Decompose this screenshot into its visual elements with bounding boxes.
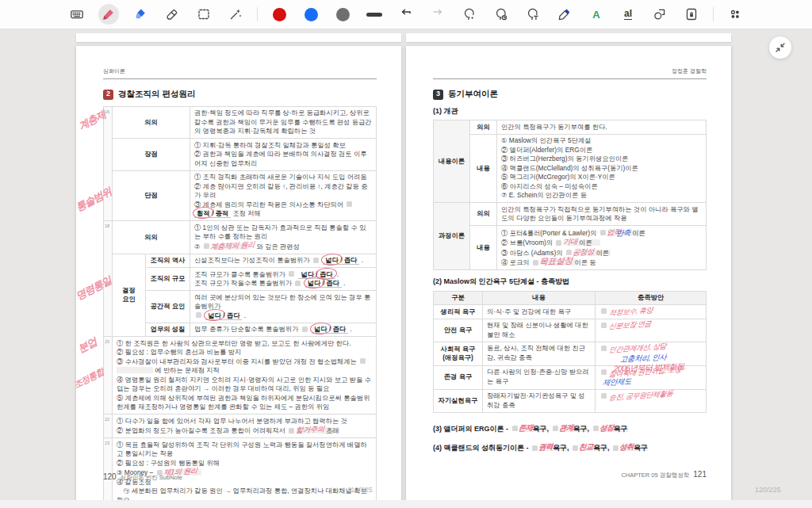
- text-line: ② 브룸(Vroom)의 기대 이론: [501, 238, 702, 248]
- section-title: 경찰조직의 편성원리: [118, 90, 195, 99]
- cell-text: 적정보수, 휴양: [596, 305, 707, 319]
- section-heading: 2 경찰조직의 편성원리: [103, 90, 377, 100]
- lock-annotation-button[interactable]: [681, 4, 702, 25]
- subsection-title: (2) Maslow의 인간욕구 5단계설 - 충족방법: [433, 277, 707, 287]
- collapse-toolbar-button[interactable]: [769, 36, 791, 59]
- handwritten-annotation-blue: 제안제도: [603, 376, 632, 387]
- page-indicator-left: 119/225: [347, 486, 373, 494]
- page-footer: 120심화이론 빈칸 SubNote: [103, 472, 182, 483]
- cell-text: ① 지휘·감독 통하여 경찰조직 일체감과 통일성 확보 ② 권한과 책임을 계…: [190, 139, 377, 171]
- blank-marker-icon: [601, 369, 607, 375]
- column-header: 구분: [434, 291, 483, 305]
- motivation-theory-table: 내용이론 의의 인간의 특정욕구가 동기부여를 한다. 내용 ① Maslow의…: [433, 120, 707, 270]
- group-label: 과정이론: [434, 203, 470, 270]
- grid-menu-button[interactable]: [725, 4, 745, 25]
- blank-marker-icon: [613, 445, 619, 451]
- row-label: 의의: [470, 120, 497, 135]
- color-blue-button[interactable]: [301, 4, 321, 25]
- table-row: 내용이론 의의 인간의 특정욕구가 동기부여를 한다.: [434, 120, 707, 135]
- category-cell: 생리적 욕구: [434, 305, 483, 319]
- cell-text: 의·식·주 및 건강에 대한 욕구: [483, 305, 596, 319]
- magic-wand-button[interactable]: [225, 4, 246, 25]
- keyboard-button[interactable]: [67, 4, 87, 25]
- category-cell: 존경 욕구: [434, 365, 483, 389]
- handwritten-annotation: 성취: [619, 441, 634, 452]
- toolbar: A aI: [0, 0, 812, 29]
- row-label: 의의: [470, 203, 497, 226]
- section-title: 동기부여이론: [448, 90, 498, 99]
- blank-marker-icon: [533, 260, 538, 265]
- toolbar-separator: [257, 7, 258, 21]
- blank-marker-icon: [566, 250, 572, 255]
- shapes-button[interactable]: [649, 4, 670, 25]
- blank-marker-icon: [313, 258, 319, 263]
- blank-marker-icon: [573, 445, 578, 451]
- annotation-app: A aI 심화이론 2 경찰조직의 편성원리: [0, 0, 812, 508]
- cell-text: ① 1인의 상관 또는 감독자가 효과적으로 직접 통솔할 수 있는 부하 수를…: [190, 221, 377, 254]
- redo-button[interactable]: [427, 4, 448, 25]
- grid-menu-icon: [728, 7, 742, 21]
- blank-marker-icon: [295, 281, 301, 286]
- stylus-icon: [557, 7, 572, 21]
- blank-marker-icon: [302, 327, 308, 332]
- cell-text: 조직 규모가 클수록 통솔범위가 넓다 / 좁다 . 조직 규모가 작을수록 통…: [190, 268, 377, 291]
- subsection-title: (1) 개관: [433, 107, 707, 116]
- color-red-button[interactable]: [269, 4, 289, 25]
- text-recognition-button[interactable]: aI: [618, 4, 638, 25]
- handwritten-annotation-blue: 고충처리, 인사: [620, 352, 667, 364]
- ink-circle-annotation: 넓다: [308, 279, 321, 287]
- eraser-icon: [165, 7, 179, 21]
- erg-theory-line: (3) 앨더퍼의 ERG이론 - 존재욕구, 관계욕구, 성장욕구: [433, 424, 707, 434]
- highlighter-icon: [133, 7, 147, 21]
- blank-marker-icon: [601, 393, 607, 399]
- color-gray-button[interactable]: [332, 4, 353, 25]
- text-line: ① 포터&롤러(Porter & Lawler)의 업적만족 이론: [501, 228, 702, 239]
- ink-circle-annotation: 넓다: [325, 256, 339, 264]
- eraser-button[interactable]: [162, 4, 182, 25]
- blank-marker-icon: [204, 243, 209, 249]
- handwritten-annotation: 할거주의: [295, 424, 324, 434]
- handwritten-annotation: 권력: [538, 441, 553, 452]
- table-row: 내용 ① 포터&롤러(Porter & Lawler)의 업적만족 이론 ② 브…: [434, 226, 707, 270]
- blank-marker-icon: [289, 428, 294, 434]
- text-line: ④ 로크의 목표설정 이론 등: [501, 258, 702, 268]
- blank-field: [117, 367, 153, 373]
- running-head-left: 심화이론: [103, 46, 377, 79]
- row-label: 단점: [113, 170, 190, 221]
- stroke-thickness-icon: [366, 13, 382, 17]
- cell-text: 승진, 공무원단체활동: [596, 389, 707, 412]
- sub-label: 공간적 요인: [146, 291, 190, 323]
- lasso-sparkle-button[interactable]: [459, 4, 480, 25]
- highlighter-button[interactable]: [130, 4, 151, 25]
- document-page-left[interactable]: 심화이론 2 경찰조직의 편성원리 16 의의 권한·책임 정도에 따라 직무를…: [76, 46, 401, 508]
- table-row: 20 ① 한 조직원은 한 사람의 상관으로부터만 명령 받고, 보고도 한 사…: [104, 337, 377, 414]
- stroke-thickness-button[interactable]: [364, 4, 385, 25]
- handwritten-annotation: 승진, 공무원단체활동: [608, 389, 673, 403]
- cell-text: 현재 및 장래 신분이나 생활에 대한 불안 해소: [483, 319, 596, 342]
- category-cell: 안전 욕구: [434, 319, 483, 342]
- table-row: 자기실현욕구 장래자기발전·자기완성욕구 및 성취감 충족 승진, 공무원단체활…: [434, 389, 707, 412]
- lock-icon: [684, 7, 699, 21]
- cell-text: 인간의 특정욕구가 직접적으로 동기부여하는 것이 아니라 욕구와 별도의 다양…: [497, 203, 707, 226]
- lasso-text-button[interactable]: [523, 4, 543, 25]
- blue-color-icon: [304, 8, 318, 21]
- lasso-select-button[interactable]: [193, 4, 214, 25]
- row-label: 결정 요인: [113, 254, 146, 337]
- table-row: 과정이론 의의 인간의 특정욕구가 직접적으로 동기부여하는 것이 아니라 욕구…: [434, 203, 707, 226]
- auto-shape-a-button[interactable]: A: [586, 4, 607, 25]
- document-page-right[interactable]: 장정훈 경찰학 3 동기부여이론 (1) 개관 내용이론 의의 인간의 특정욕구…: [406, 46, 731, 508]
- pen-tool-button[interactable]: [98, 4, 119, 25]
- blank-marker-icon: [289, 271, 294, 277]
- sub-label: 조직의 규모: [146, 268, 190, 291]
- stylus-button[interactable]: [554, 4, 575, 25]
- bottom-strip: [0, 500, 812, 508]
- blank-marker-icon: [347, 201, 352, 207]
- lasso-history-button[interactable]: [491, 4, 511, 25]
- blank-marker-icon: [601, 323, 607, 328]
- blank-marker-icon: [553, 426, 558, 431]
- handwritten-annotation: 존재: [518, 422, 533, 433]
- cell-text: 신설조직보다는 기성조직이 통솔범위가 넓다 / 좁다 .: [190, 254, 377, 268]
- table-row: 22 ① 다수가 일을 함에 있어서 각자 업무 나누어서 분명하게 부과하고 …: [104, 414, 377, 438]
- undo-button[interactable]: [396, 4, 416, 25]
- running-head-right: 장정훈 경찰학: [433, 46, 707, 79]
